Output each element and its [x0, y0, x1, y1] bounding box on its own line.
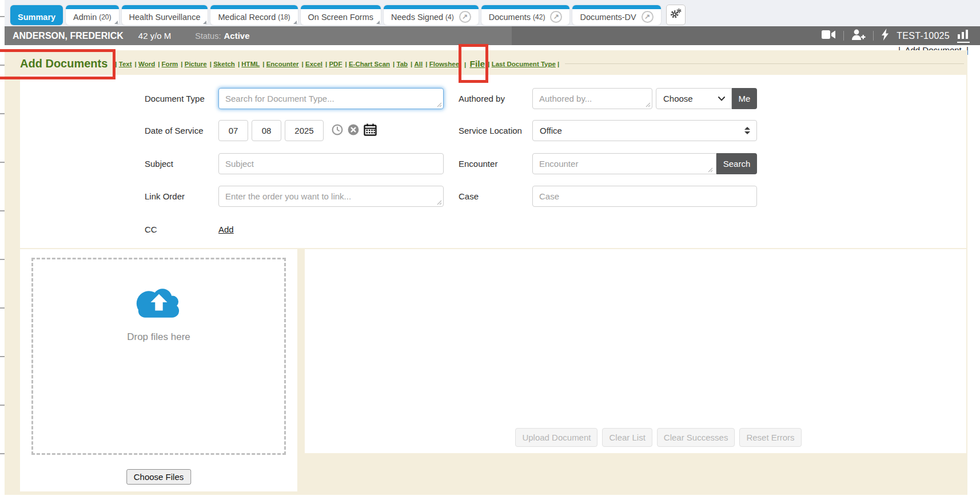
status-value: Active	[224, 31, 249, 41]
clear-date-icon[interactable]	[348, 124, 359, 138]
clock-icon[interactable]	[332, 124, 343, 138]
tab-label: Medical Record	[218, 13, 276, 22]
document-type-label: Document Type	[145, 94, 218, 103]
tab-label: On Screen Forms	[308, 13, 373, 22]
me-button[interactable]: Me	[732, 88, 757, 109]
ruler-tick	[0, 65, 5, 66]
chevron-down-icon	[718, 97, 725, 101]
tab-count: (42)	[533, 13, 545, 21]
tab-label: Summary	[18, 13, 55, 22]
patient-age-sex: 42 y/o M	[138, 31, 172, 41]
service-location-label: Service Location	[459, 126, 532, 135]
doc-link-flowsheet[interactable]: Flowsheet	[429, 61, 461, 67]
authored-by-input[interactable]	[532, 88, 652, 109]
select-updown-icon	[744, 127, 750, 134]
tab-count: (20)	[99, 13, 111, 21]
tab-health-surveillance[interactable]: Health Surveillance	[122, 5, 208, 25]
clear-successes-button[interactable]: Clear Successes	[657, 428, 735, 447]
tab-admin[interactable]: Admin (20)	[66, 5, 118, 25]
patient-name: ANDERSON, FREDERICK	[13, 31, 124, 41]
doc-link-sketch[interactable]: Sketch	[213, 61, 235, 67]
add-documents-workspace: Add Documents Text Word Form Picture Ske…	[5, 50, 967, 495]
divider	[873, 31, 874, 41]
ruler-tick	[0, 162, 5, 163]
document-type-links: Text Word Form Picture Sketch HTML Encou…	[112, 59, 967, 69]
doc-link-encounter[interactable]: Encounter	[266, 61, 299, 67]
ruler-tick	[0, 16, 5, 17]
add-documents-header: Add Documents Text Word Form Picture Ske…	[5, 50, 967, 70]
tab-label: Documents	[489, 13, 531, 22]
add-patient-icon[interactable]	[851, 29, 866, 42]
encounter-input[interactable]	[532, 153, 716, 174]
doc-link-excel[interactable]: Excel	[305, 61, 322, 67]
drop-files-text: Drop files here	[127, 331, 190, 343]
link-order-input[interactable]	[218, 186, 444, 207]
document-type-search-input[interactable]	[218, 88, 444, 109]
tab-count: (18)	[278, 13, 290, 21]
tab-needs-signed[interactable]: Needs Signed (4) ↗	[384, 5, 479, 25]
doc-link-word[interactable]: Word	[138, 61, 155, 67]
service-location-value: Office	[540, 126, 562, 135]
date-month-input[interactable]	[218, 120, 248, 141]
file-drop-zone[interactable]: Drop files here	[31, 258, 286, 455]
tab-documents-dv[interactable]: Documents-DV ↗	[572, 5, 660, 25]
doc-link-html[interactable]: HTML	[241, 61, 260, 67]
doc-link-all[interactable]: All	[415, 61, 423, 67]
upload-queue-panel: Upload Document Clear List Clear Success…	[305, 249, 966, 453]
encounter-search-button[interactable]: Search	[716, 153, 757, 174]
lightning-icon[interactable]	[881, 29, 889, 43]
date-year-input[interactable]	[285, 120, 324, 141]
reset-errors-button[interactable]: Reset Errors	[739, 428, 801, 447]
choose-select-value: Choose	[663, 94, 693, 103]
tab-medical-record[interactable]: Medical Record (18)	[210, 5, 297, 25]
tab-label: Needs Signed	[391, 13, 443, 22]
tab-documents[interactable]: Documents (42) ↗	[481, 5, 570, 25]
gear-icon	[670, 7, 682, 22]
authored-by-choose-select[interactable]: Choose	[656, 88, 732, 109]
bar-chart-icon[interactable]	[957, 29, 970, 43]
tab-summary[interactable]: Summary	[10, 5, 63, 25]
subject-label: Subject	[145, 159, 218, 169]
cloud-upload-icon	[133, 285, 185, 323]
status-label: Status:	[195, 31, 221, 41]
page-title: Add Documents	[20, 57, 107, 70]
document-form-panel: Document Type Date of Service	[20, 75, 966, 248]
tab-label: Admin	[73, 13, 97, 22]
popout-arrow-icon[interactable]: ↗	[642, 11, 654, 23]
chart-tab-bar: Summary Admin (20) Health Surveillance M…	[5, 0, 980, 26]
popout-arrow-icon[interactable]: ↗	[459, 11, 471, 23]
tab-label: Documents-DV	[580, 13, 636, 22]
doc-link-tab[interactable]: Tab	[397, 61, 408, 67]
choose-files-button[interactable]: Choose Files	[126, 469, 192, 485]
doc-link-form[interactable]: Form	[162, 61, 178, 67]
case-label: Case	[459, 191, 532, 201]
calendar-icon[interactable]	[364, 123, 377, 138]
upload-document-button[interactable]: Upload Document	[515, 428, 597, 447]
clear-list-button[interactable]: Clear List	[602, 428, 652, 447]
cc-label: CC	[145, 225, 218, 234]
ruler-tick	[0, 356, 5, 357]
doc-link-picture[interactable]: Picture	[185, 61, 207, 67]
date-day-input[interactable]	[252, 120, 281, 141]
doc-link-last-document-type[interactable]: Last Document Type	[492, 61, 556, 67]
doc-link-file[interactable]: File	[470, 59, 485, 69]
tab-settings-button[interactable]	[666, 5, 686, 25]
video-call-icon[interactable]	[822, 30, 836, 42]
service-location-select[interactable]: Office	[532, 120, 757, 141]
popout-arrow-icon[interactable]: ↗	[550, 11, 562, 23]
doc-link-echart-scan[interactable]: E-Chart Scan	[349, 61, 390, 67]
subject-input[interactable]	[218, 153, 444, 174]
ruler-tick	[0, 210, 5, 211]
link-order-label: Link Order	[145, 191, 218, 201]
doc-link-pdf[interactable]: PDF	[329, 61, 342, 67]
ruler-tick	[0, 453, 5, 454]
doc-link-text[interactable]: Text	[119, 61, 132, 67]
header-divider-line	[565, 63, 964, 64]
patient-id: TEST-10025	[897, 31, 950, 41]
ruler-tick	[0, 113, 5, 114]
case-input[interactable]	[532, 186, 757, 207]
tab-on-screen-forms[interactable]: On Screen Forms	[301, 5, 381, 25]
tab-label: Health Surveillance	[129, 13, 201, 22]
patient-info-bar: ANDERSON, FREDERICK 42 y/o M Status: Act…	[5, 26, 980, 45]
cc-add-link[interactable]: Add	[218, 225, 234, 234]
